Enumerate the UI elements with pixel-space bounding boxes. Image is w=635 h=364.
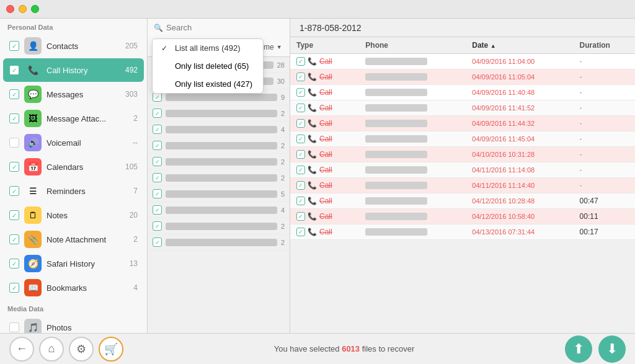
table-row[interactable]: ✓ 📞 Call 04/09/2016 11:45:04- [290, 131, 635, 147]
sidebar-item-contacts[interactable]: ✓👤Contacts205 [3, 34, 144, 58]
sidebar-item-calendars[interactable]: ✓📅Calendars105 [3, 155, 144, 179]
row-check[interactable]: ✓ [296, 135, 305, 143]
list-item-check[interactable]: ✓ [153, 237, 162, 247]
list-item-check[interactable]: ✓ [153, 205, 162, 215]
row-check[interactable]: ✓ [296, 88, 305, 97]
table-row[interactable]: ✓ 📞 Call 04/10/2016 10:31:28- [290, 147, 635, 162]
row-check[interactable]: ✓ [296, 228, 305, 236]
sidebar-check-placeholder[interactable] [9, 322, 19, 332]
list-item[interactable]: ✓2 [148, 234, 290, 251]
list-item-check[interactable]: ✓ [153, 141, 162, 150]
search-icon: 🔍 [154, 24, 163, 32]
sidebar-check-messages[interactable]: ✓ [9, 89, 19, 99]
sidebar-item-voicemail[interactable]: 🔊Voicemail-- [3, 131, 144, 154]
row-check[interactable]: ✓ [296, 73, 305, 81]
table-row[interactable]: ✓ 📞 Call 04/12/2016 10:28:4800:47 [290, 193, 635, 209]
table-row[interactable]: ✓ 📞 Call 04/09/2016 11:40:48- [290, 85, 635, 100]
list-item[interactable]: ✓2 [148, 105, 290, 122]
table-row[interactable]: ✓ 📞 Call 04/09/2016 11:04:00- [290, 54, 635, 69]
sidebar-item-notes[interactable]: ✓🗒Notes20 [3, 203, 144, 227]
list-item-check[interactable]: ✓ [153, 92, 162, 102]
cell-phone [359, 193, 466, 209]
sidebar-check-call-history[interactable]: ✓ [9, 65, 19, 75]
sidebar-name-note-attachment: Note Attachment [47, 235, 128, 244]
row-check[interactable]: ✓ [296, 197, 305, 205]
cart-button[interactable]: 🛒 [99, 337, 123, 362]
sidebar-item-messages[interactable]: ✓💬Messages303 [3, 82, 144, 106]
cell-duration: - [574, 131, 635, 147]
close-button[interactable] [6, 5, 14, 13]
export-button[interactable]: ⬇ [598, 335, 626, 363]
sidebar-item-note-attachment[interactable]: ✓📎Note Attachment2 [3, 228, 144, 251]
sidebar-check-voicemail[interactable] [9, 138, 19, 148]
settings-button[interactable]: ⚙ [69, 337, 94, 362]
call-phone-icon: 📞 [308, 73, 317, 81]
call-phone-icon: 📞 [308, 57, 317, 66]
list-item-count: 2 [281, 142, 285, 149]
back-button[interactable]: ← [9, 337, 34, 362]
col-date: Date ▲ [466, 37, 573, 54]
table-row[interactable]: ✓ 📞 Call 04/13/2016 07:31:4400:17 [290, 224, 635, 240]
sidebar-check-notes[interactable]: ✓ [9, 210, 19, 220]
date-value: 04/09/2016 11:04:00 [472, 58, 535, 65]
sidebar-check-calendars[interactable]: ✓ [9, 162, 19, 172]
row-check[interactable]: ✓ [296, 104, 305, 112]
table-row[interactable]: ✓ 📞 Call 04/12/2016 10:58:4000:11 [290, 209, 635, 224]
list-item[interactable]: ✓2 [148, 154, 290, 170]
cell-duration: 00:11 [574, 209, 635, 224]
list-item[interactable]: ✓2 [148, 218, 290, 234]
list-item[interactable]: ✓2 [148, 138, 290, 154]
sidebar-count-note-attachment: 2 [133, 235, 138, 244]
recover-button[interactable]: ⬆ [565, 335, 592, 363]
dropdown-option[interactable]: Only list deleted (65) [153, 57, 263, 75]
call-phone-icon: 📞 [308, 88, 317, 97]
search-input[interactable] [166, 23, 283, 32]
phone-blurred [365, 151, 427, 158]
sidebar-item-safari-history[interactable]: ✓🧭Safari History13 [3, 252, 144, 275]
sidebar-name-notes: Notes [47, 211, 125, 220]
row-check[interactable]: ✓ [296, 166, 305, 174]
table-row[interactable]: ✓ 📞 Call 04/09/2016 11:44:32- [290, 116, 635, 131]
sidebar-item-call-history[interactable]: ✓📞Call History492 [3, 58, 144, 82]
row-check[interactable]: ✓ [296, 181, 305, 190]
sidebar-item-message-attachments[interactable]: ✓🖼Message Attac...2 [3, 107, 144, 130]
sidebar-item-placeholder[interactable]: 🎵 Photos [3, 316, 144, 333]
table-row[interactable]: ✓ 📞 Call 04/09/2016 11:05:04- [290, 69, 635, 85]
table-row[interactable]: ✓ 📞 Call 04/11/2016 11:14:08- [290, 162, 635, 178]
sidebar-check-message-attachments[interactable]: ✓ [9, 113, 19, 123]
cell-date: 04/09/2016 11:05:04 [466, 69, 573, 85]
maximize-button[interactable] [31, 5, 39, 13]
sidebar-check-safari-history[interactable]: ✓ [9, 259, 19, 269]
dropdown-option[interactable]: ✓ List all items (492) [153, 39, 263, 57]
row-check[interactable]: ✓ [296, 57, 305, 66]
row-check[interactable]: ✓ [296, 150, 305, 159]
list-item-check[interactable]: ✓ [153, 189, 162, 198]
right-table: Type Phone Date ▲ Duration ✓ 📞 Call 04/0… [290, 37, 635, 333]
list-item-name-bar [166, 126, 277, 133]
row-check[interactable]: ✓ [296, 212, 305, 221]
sidebar-check-bookmarks[interactable]: ✓ [9, 283, 19, 293]
list-item-count: 9 [281, 94, 285, 101]
sidebar-check-note-attachment[interactable]: ✓ [9, 234, 19, 244]
sidebar-check-contacts[interactable]: ✓ [9, 41, 19, 51]
list-item[interactable]: ✓2 [148, 170, 290, 186]
list-item-check[interactable]: ✓ [153, 109, 162, 118]
sidebar-item-bookmarks[interactable]: ✓📖Bookmarks4 [3, 276, 144, 300]
minimize-button[interactable] [19, 5, 27, 13]
list-item-check[interactable]: ✓ [153, 125, 162, 134]
call-label: Call [319, 150, 332, 159]
sidebar-check-reminders[interactable]: ✓ [9, 186, 19, 196]
list-item-check[interactable]: ✓ [153, 157, 162, 166]
table-row[interactable]: ✓ 📞 Call 04/11/2016 11:14:40- [290, 178, 635, 193]
sidebar-item-reminders[interactable]: ✓☰Reminders7 [3, 179, 144, 203]
table-row[interactable]: ✓ 📞 Call 04/09/2016 11:41:52- [290, 100, 635, 116]
phone-blurred [365, 104, 427, 112]
dropdown-option[interactable]: Only list existed (427) [153, 75, 263, 93]
list-item-check[interactable]: ✓ [153, 173, 162, 182]
list-item-check[interactable]: ✓ [153, 221, 162, 231]
list-item[interactable]: ✓4 [148, 122, 290, 138]
list-item[interactable]: ✓4 [148, 202, 290, 218]
list-item[interactable]: ✓5 [148, 186, 290, 202]
row-check[interactable]: ✓ [296, 119, 305, 128]
home-button[interactable]: ⌂ [39, 337, 64, 362]
